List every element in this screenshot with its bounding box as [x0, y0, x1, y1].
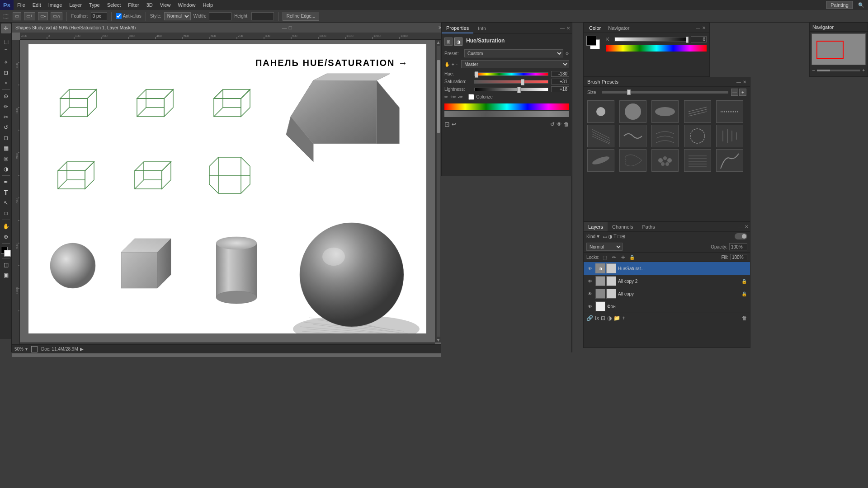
brush-swatch-11[interactable] — [587, 149, 614, 172]
layer-eye-2[interactable]: 👁 — [586, 277, 594, 285]
lightness-thumb[interactable] — [517, 87, 521, 93]
feather-input[interactable] — [91, 12, 107, 20]
menu-select[interactable]: Select — [104, 0, 125, 10]
move-tool[interactable]: ✛ — [1, 23, 11, 33]
lightness-value[interactable] — [551, 86, 569, 92]
canvas-maximize-btn[interactable]: □ — [289, 25, 292, 30]
filter-adj[interactable]: ◑ — [608, 234, 613, 239]
scroll-down-btn[interactable]: ▼ — [436, 338, 441, 343]
width-input[interactable] — [209, 12, 231, 20]
clone-tool[interactable]: ✂ — [1, 112, 11, 122]
marquee-tool[interactable]: ⬚ — [1, 37, 11, 47]
new-sel-btn[interactable]: ▭ — [13, 12, 21, 20]
layer-new-btn[interactable]: + — [622, 315, 625, 321]
tab-channels[interactable]: Channels — [608, 222, 637, 231]
filter-toggle[interactable] — [735, 233, 747, 239]
filter-smart[interactable]: ⊞ — [621, 234, 625, 239]
kind-dropdown[interactable]: ▾ — [597, 233, 599, 239]
saturation-thumb[interactable] — [521, 79, 524, 85]
prop-panel-collapse[interactable]: — — [560, 26, 565, 31]
brush-swatch-1[interactable] — [587, 100, 614, 123]
layer-eye-3[interactable]: 👁 — [586, 290, 594, 297]
refine-edge-btn[interactable]: Refine Edge... — [283, 12, 319, 21]
hue-track[interactable] — [474, 72, 548, 76]
colorize-checkbox[interactable] — [468, 94, 474, 100]
layer-row-huesaturation[interactable]: 👁 ◑ HueSaturat... — [584, 262, 750, 275]
brush-swatch-4[interactable] — [684, 100, 711, 123]
tab-navigator[interactable]: Navigator — [604, 23, 633, 33]
menu-view[interactable]: View — [156, 0, 175, 10]
tab-color[interactable]: Color — [585, 23, 604, 33]
preset-menu-btn[interactable]: ⚙ — [565, 51, 569, 56]
menu-help[interactable]: Help — [199, 0, 217, 10]
layer-group-btn[interactable]: 📁 — [613, 315, 620, 321]
hue-thumb[interactable] — [475, 71, 478, 78]
lasso-tool[interactable]: ⌒ — [1, 47, 11, 57]
shape-tool[interactable]: □ — [1, 208, 11, 218]
prop-reset-btn[interactable]: ↺ — [550, 121, 555, 127]
v-scrollbar-track[interactable] — [437, 46, 440, 337]
preset-select[interactable]: Custom — [464, 49, 563, 57]
lock-paint[interactable]: ✏ — [610, 253, 618, 261]
sub-sel-btn[interactable]: ▭- — [38, 12, 48, 20]
prop-panel-close[interactable]: ✕ — [566, 26, 570, 31]
channel-icon-3[interactable]: - — [456, 62, 458, 67]
navigator-thumbnail[interactable] — [810, 32, 868, 67]
layers-panel-close[interactable]: ✕ — [745, 224, 748, 229]
edit-icon-1[interactable]: ✏ — [444, 94, 448, 99]
layers-panel-collapse[interactable]: — — [738, 224, 743, 229]
channel-icon-2[interactable]: + — [452, 62, 454, 67]
eyedropper-tool[interactable]: ⁍ — [1, 78, 11, 88]
brush-panel-close[interactable]: ✕ — [743, 80, 746, 84]
k-thumb[interactable] — [686, 37, 689, 43]
brush-panel-collapse[interactable]: — — [736, 80, 741, 84]
menu-filter[interactable]: Filter — [124, 0, 142, 10]
edit-icon-2[interactable]: +✏ — [450, 94, 456, 99]
hue-value[interactable] — [551, 71, 569, 77]
filter-type[interactable]: T — [613, 234, 617, 239]
brush-swatch-8[interactable] — [651, 125, 679, 147]
lock-transparency[interactable]: ⬚ — [601, 253, 609, 261]
text-tool[interactable]: T — [1, 188, 11, 197]
filter-pixel[interactable]: ▭ — [603, 234, 607, 239]
add-sel-btn[interactable]: ▭+ — [24, 12, 35, 20]
channel-select[interactable]: Master — [461, 60, 569, 68]
tab-properties[interactable]: Properties — [442, 23, 473, 33]
mask-mode-btn[interactable]: ◫ — [1, 260, 11, 270]
prop-vis-btn[interactable]: 👁 — [557, 121, 562, 127]
lightness-track[interactable] — [474, 88, 548, 91]
canvas-tab[interactable]: Shapes Study.psd @ 50% (Hue/Saturation 1… — [15, 25, 136, 30]
prop-clip-btn[interactable]: ⊡ — [444, 121, 450, 128]
menu-window[interactable]: Window — [174, 0, 199, 10]
fg-bg-colors[interactable] — [1, 247, 11, 257]
zoom-icon[interactable]: ▾ — [25, 347, 28, 352]
prop-layers-icon[interactable]: ⊞ — [444, 38, 453, 46]
height-input[interactable] — [251, 12, 274, 20]
tab-info[interactable]: Info — [473, 23, 491, 33]
menu-image[interactable]: Image — [45, 0, 66, 10]
lock-all[interactable]: 🔒 — [628, 253, 636, 261]
gradient-tool[interactable]: ▦ — [1, 143, 11, 153]
prop-adj-icon[interactable]: ◑ — [454, 38, 462, 46]
canvas-close-btn[interactable]: ✕ — [438, 25, 441, 31]
menu-layer[interactable]: Layer — [66, 0, 85, 10]
layer-mask-btn[interactable]: ⊡ — [601, 315, 605, 321]
blend-mode-select[interactable]: Normal — [586, 243, 623, 251]
k-value[interactable] — [691, 36, 707, 42]
brush-swatch-5[interactable] — [716, 100, 743, 123]
layer-eye-4[interactable]: 👁 — [586, 303, 594, 310]
layer-link-btn[interactable]: 🔗 — [586, 315, 593, 321]
brush-swatch-13[interactable] — [651, 149, 679, 172]
blur-tool[interactable]: ◎ — [1, 154, 11, 164]
canvas-minimize-btn[interactable]: — — [282, 25, 287, 30]
channel-icon-1[interactable]: ✋ — [444, 62, 450, 67]
dodge-tool[interactable]: ◑ — [1, 164, 11, 174]
layer-row-allcopy[interactable]: 👁 All copy 🔒 — [584, 287, 750, 300]
brush-swatch-7[interactable] — [619, 125, 646, 147]
scroll-up-btn[interactable]: ▲ — [436, 40, 441, 45]
crop-tool[interactable]: ⊡ — [1, 68, 11, 78]
menu-type[interactable]: Type — [85, 0, 104, 10]
prop-prev-btn[interactable]: ↩ — [452, 121, 456, 127]
layer-row-bg[interactable]: 👁 Фон — [584, 300, 750, 313]
screen-mode-btn[interactable]: ▣ — [1, 270, 11, 280]
